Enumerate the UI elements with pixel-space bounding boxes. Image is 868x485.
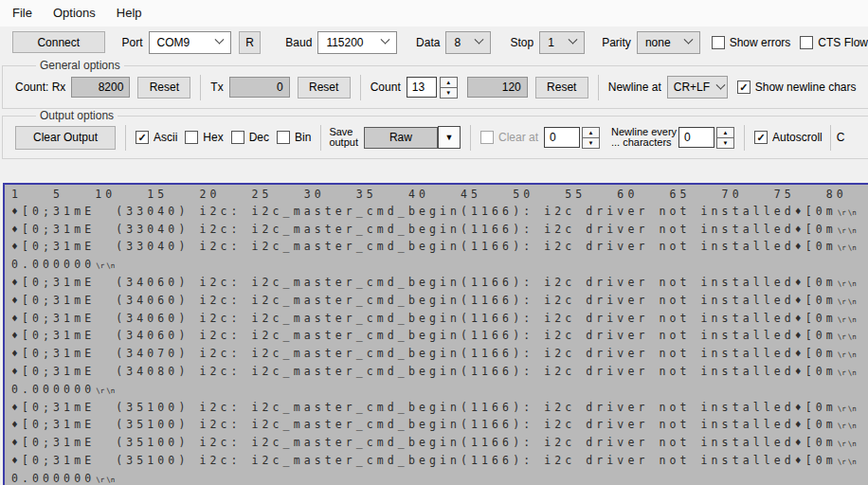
save-format-select[interactable]: Raw <box>364 127 438 149</box>
baud-select[interactable]: 115200 <box>317 31 397 54</box>
newline-char-glyph: \r <box>837 329 847 346</box>
tx-label: Tx <box>210 81 223 94</box>
checkbox-box <box>712 36 725 49</box>
serial-monitor-window: File Options Help Connect Port COM9 R Ba… <box>0 0 868 159</box>
spinner-down-button[interactable]: ▼ <box>582 138 600 149</box>
chevron-down-icon <box>381 35 390 45</box>
hex-checkbox[interactable]: Hex <box>185 131 223 144</box>
stop-bits-select[interactable]: 1 <box>539 31 585 54</box>
terminal-line: 0.000000\r\n <box>11 257 868 275</box>
dec-checkbox[interactable]: Dec <box>231 131 269 144</box>
bin-checkbox-label: Bin <box>295 131 311 144</box>
cts-flow-checkbox-label: CTS Flow <box>818 36 868 49</box>
spinner-up-button[interactable]: ▲ <box>440 77 458 88</box>
separator <box>470 125 471 151</box>
terminal-line: ♦[0;31mE (34080) i2c: i2c_master_cmd_beg… <box>11 364 868 382</box>
port-value: COM9 <box>157 36 190 49</box>
ascii-checkbox[interactable]: ✓ Ascii <box>136 131 177 144</box>
terminal-line: ♦[0;31mE (34060) i2c: i2c_master_cmd_beg… <box>11 311 868 329</box>
show-newline-chars-checkbox[interactable]: ✓ Show newline chars <box>737 81 857 94</box>
output-options-group: Output options Clear Output ✓ Ascii Hex … <box>2 109 868 159</box>
spinner-up-button[interactable]: ▲ <box>582 127 600 138</box>
terminal-line: ♦[0;31mE (34060) i2c: i2c_master_cmd_beg… <box>11 293 868 311</box>
rx-reset-button[interactable]: Reset <box>137 77 190 99</box>
terminal-line: ♦[0;31mE (34060) i2c: i2c_master_cmd_beg… <box>11 328 868 346</box>
data-bits-value: 8 <box>454 36 461 49</box>
chevron-down-icon <box>215 35 225 45</box>
connection-toolbar: Connect Port COM9 R Baud 115200 Data 8 S… <box>0 27 868 59</box>
data-bits-select[interactable]: 8 <box>445 31 491 54</box>
connect-button[interactable]: Connect <box>12 31 105 53</box>
separator <box>125 125 126 151</box>
output-options-title: Output options <box>36 109 118 122</box>
cts-flow-checkbox[interactable]: CTS Flow <box>800 36 868 49</box>
separator <box>200 75 201 100</box>
newline-char-glyph: \n <box>847 418 858 435</box>
spinner-down-button[interactable]: ▼ <box>716 138 734 149</box>
save-output-label: Save output <box>329 127 358 149</box>
port-select[interactable]: COM9 <box>149 31 231 54</box>
newline-char-glyph: \n <box>847 347 858 364</box>
separator <box>744 125 745 151</box>
menu-bar: File Options Help <box>0 0 868 27</box>
newline-every-label-line2: ... characters <box>611 137 677 149</box>
stop-bits-value: 1 <box>548 36 554 49</box>
terminal-line: 0.000000\r\n <box>11 471 868 485</box>
separator <box>360 75 361 100</box>
newline-char-glyph: \r <box>837 401 847 418</box>
arrow-down-icon: ▼ <box>588 140 594 146</box>
checkmark-icon: ✓ <box>739 81 748 92</box>
clear-at-checkbox[interactable]: Clear at <box>480 131 538 144</box>
count-input[interactable]: 13 <box>407 77 437 98</box>
menu-file[interactable]: File <box>2 0 43 27</box>
arrow-down-icon: ▼ <box>723 140 729 146</box>
count-total-field: 120 <box>467 77 528 98</box>
terminal-line: ♦[0;31mE (35100) i2c: i2c_master_cmd_beg… <box>11 400 868 418</box>
newline-char-glyph: \r <box>837 312 847 329</box>
newline-char-glyph: \n <box>847 401 858 418</box>
baud-label: Baud <box>285 36 312 49</box>
newline-char-glyph: \n <box>847 365 858 382</box>
clear-at-checkbox-label: Clear at <box>498 131 538 144</box>
clear-output-button[interactable]: Clear Output <box>15 126 116 150</box>
chevron-down-icon <box>475 35 484 45</box>
newline-char-glyph: \r <box>837 276 847 293</box>
newline-every-input[interactable]: 0 <box>678 127 714 148</box>
ascii-checkbox-label: Ascii <box>154 131 177 144</box>
newline-every-spinner[interactable]: ▲ ▼ <box>716 127 734 149</box>
newline-char-glyph: \n <box>847 205 858 222</box>
checkbox-box: ✓ <box>737 81 750 94</box>
rescan-ports-button[interactable]: R <box>239 31 261 54</box>
show-errors-checkbox[interactable]: Show errors <box>712 36 791 49</box>
count-reset-button[interactable]: Reset <box>535 77 588 99</box>
bin-checkbox[interactable]: Bin <box>277 131 311 144</box>
menu-options[interactable]: Options <box>43 0 106 27</box>
terminal-line: ♦[0;31mE (35100) i2c: i2c_master_cmd_beg… <box>11 417 868 435</box>
dec-checkbox-label: Dec <box>249 131 269 144</box>
spinner-up-button[interactable]: ▲ <box>716 127 734 138</box>
menu-help[interactable]: Help <box>106 0 153 27</box>
parity-select[interactable]: none <box>637 31 700 54</box>
arrow-up-icon: ▲ <box>723 130 729 135</box>
newline-char-glyph: \n <box>105 472 116 485</box>
newline-char-glyph: \n <box>847 312 858 329</box>
newline-char-glyph: \n <box>847 240 858 257</box>
arrow-up-icon: ▲ <box>445 80 451 85</box>
checkbox-box <box>185 131 198 144</box>
count-spinner[interactable]: ▲ ▼ <box>440 77 458 99</box>
separator <box>320 125 321 151</box>
newline-at-select[interactable]: CR+LF <box>667 76 728 99</box>
separator <box>598 75 599 100</box>
autoscroll-checkbox[interactable]: ✓ Autoscroll <box>754 131 823 144</box>
clear-at-spinner[interactable]: ▲ ▼ <box>582 127 600 149</box>
newline-char-glyph: \n <box>105 383 116 400</box>
save-format-dropdown-button[interactable]: ▼ <box>438 126 461 149</box>
general-options-group: General options Count: Rx 8200 Reset Tx … <box>2 59 868 109</box>
rx-count-field: 8200 <box>71 77 130 98</box>
spinner-down-button[interactable]: ▼ <box>440 88 458 99</box>
arrow-down-icon: ▼ <box>445 90 451 96</box>
terminal-output[interactable]: 1 5 10 15 20 25 30 35 40 45 50 55 60 65 … <box>3 183 868 485</box>
tx-reset-button[interactable]: Reset <box>298 77 351 99</box>
clear-at-input[interactable]: 0 <box>544 127 580 148</box>
newline-every-label: Newline every ... characters <box>611 127 677 149</box>
